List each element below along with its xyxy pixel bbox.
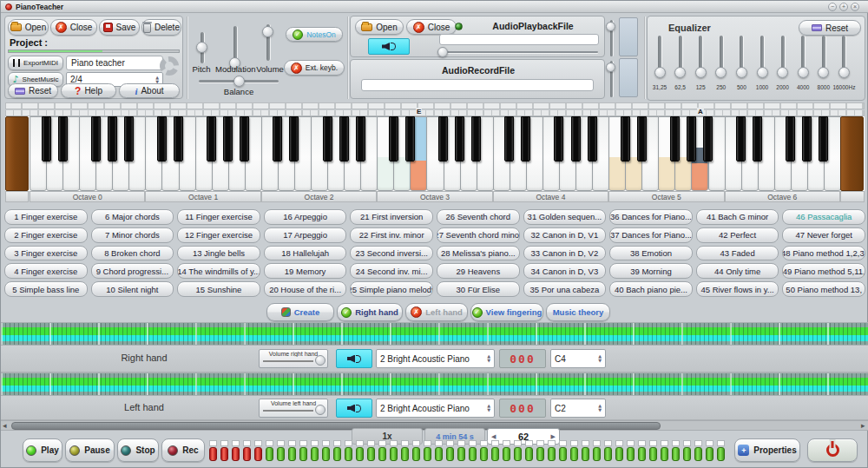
black-key[interactable] (339, 116, 349, 161)
lesson-button[interactable]: 36 Dances for Piano... (609, 209, 693, 225)
right-hand-note-spinner[interactable]: C4▲▼ (550, 349, 606, 368)
black-key[interactable] (323, 116, 332, 161)
playback-position-slider[interactable] (440, 51, 598, 53)
lesson-button[interactable]: 2 Finger exercise (4, 227, 88, 243)
save-project-button[interactable]: Save (99, 19, 140, 36)
left-hand-speaker-button[interactable] (336, 399, 372, 418)
lesson-button[interactable]: 1 Finger exercise (4, 209, 88, 225)
black-key[interactable] (504, 116, 514, 161)
maximize-button[interactable]: + (839, 3, 848, 11)
playback-position-thumb[interactable] (437, 47, 448, 57)
spinner-arrows-icon[interactable]: ▲▼ (155, 76, 159, 84)
power-button[interactable] (807, 438, 858, 462)
lesson-button[interactable]: 13 Jingle bells (177, 246, 260, 261)
eq-band-thumb[interactable] (757, 67, 768, 78)
black-key[interactable] (802, 116, 812, 161)
lesson-button[interactable]: 44 Only time (696, 263, 779, 279)
black-key[interactable] (174, 116, 183, 161)
lesson-button[interactable]: 49 Piano method 5,11, (782, 263, 865, 279)
position-prev-icon[interactable]: ◀ (491, 433, 496, 440)
lesson-button[interactable]: 9 Chord progressi... (91, 263, 174, 279)
black-key[interactable] (157, 116, 167, 161)
lesson-button[interactable]: 16 Arpeggio (264, 209, 347, 225)
lesson-button[interactable]: 30 Für Elise (437, 281, 520, 297)
black-key[interactable] (289, 116, 299, 161)
lesson-button[interactable]: 26 Seventh chord (437, 209, 520, 225)
notes-on-button[interactable]: ✓NotesOn (286, 27, 343, 42)
pause-button[interactable]: Pause (65, 438, 115, 462)
lesson-button[interactable]: 28 Melissa's piano... (437, 246, 520, 261)
eq-band-thumb[interactable] (674, 67, 686, 78)
lesson-button[interactable]: 23 Second inversi... (350, 246, 433, 261)
lesson-button[interactable]: 15 Sunshine (177, 281, 260, 297)
lesson-button[interactable]: 43 Faded (696, 246, 779, 261)
close-project-button[interactable]: ✗Close (50, 19, 97, 36)
lesson-button[interactable]: 25 Simple piano melody (350, 281, 433, 297)
lesson-button[interactable]: 18 Hallelujah (264, 246, 347, 261)
lesson-button[interactable]: 22 First inv. minor (350, 227, 433, 243)
create-button[interactable]: Create (266, 303, 334, 321)
eq-band-thumb[interactable] (654, 67, 666, 78)
close-window-button[interactable]: × (851, 3, 859, 11)
lesson-button[interactable]: 46 Passacaglia (782, 209, 865, 225)
lesson-button[interactable]: 33 Canon in D, V2 (523, 246, 607, 261)
eq-band-thumb[interactable] (736, 67, 747, 78)
scroll-left-icon[interactable]: ◂ (3, 421, 7, 430)
black-key[interactable] (455, 116, 464, 161)
black-key[interactable] (91, 116, 101, 161)
lesson-button[interactable]: 21 First inversion (350, 209, 433, 225)
right-hand-speaker-button[interactable] (336, 349, 372, 368)
right-hand-track-bars[interactable] (1, 322, 868, 346)
open-audio-button[interactable]: Open (355, 19, 404, 35)
left-hand-volume-slider[interactable]: Volume left hand (259, 399, 328, 418)
lesson-button[interactable]: 17 Arpeggio (264, 227, 347, 243)
record-gain-thumb[interactable] (606, 63, 615, 72)
volume-slider-thumb[interactable] (262, 26, 273, 37)
playback-gain-thumb[interactable] (606, 22, 615, 31)
black-key[interactable] (588, 116, 597, 161)
eq-band-thumb[interactable] (715, 67, 727, 78)
black-key[interactable] (273, 116, 282, 161)
lesson-button[interactable]: 40 Bach piano pie... (609, 281, 693, 297)
right-hand-volume-slider[interactable]: Volume right hand (259, 349, 328, 368)
view-fingering-button[interactable]: ✓View fingering (470, 303, 543, 321)
eq-band-thumb[interactable] (818, 67, 829, 78)
black-key[interactable] (471, 116, 481, 161)
black-key[interactable] (223, 116, 233, 161)
lesson-button[interactable]: 14 The windmills of y... (177, 263, 260, 279)
lesson-button[interactable]: 48 Piano method 1,2,3, (782, 246, 865, 261)
lesson-button[interactable]: 41 Bach G minor (696, 209, 779, 225)
black-key[interactable] (438, 116, 448, 161)
black-key[interactable] (42, 116, 51, 161)
lesson-button[interactable]: 32 Canon in D, V1 (523, 227, 607, 243)
lesson-button[interactable]: 8 Broken chord (91, 246, 174, 261)
black-key[interactable] (571, 116, 581, 161)
lesson-button[interactable]: 29 Heavens (437, 263, 520, 279)
lesson-button[interactable]: 34 Canon in D, V3 (523, 263, 607, 279)
black-key[interactable] (207, 116, 216, 161)
black-key[interactable] (786, 116, 795, 161)
black-key[interactable] (753, 116, 762, 161)
stop-button[interactable]: Stop (117, 438, 159, 462)
export-midi-button[interactable]: ExportMIDI (8, 56, 63, 70)
black-key[interactable] (670, 116, 680, 161)
lesson-button[interactable]: 4 Finger exercise (4, 263, 88, 279)
lesson-button[interactable]: 38 Emotion (609, 246, 693, 261)
delete-project-button[interactable]: Delete (141, 19, 181, 36)
lesson-button[interactable]: 6 Major chords (91, 209, 174, 225)
open-project-button[interactable]: Open (8, 19, 49, 36)
lesson-button[interactable]: 47 Never forget (782, 227, 865, 243)
black-key[interactable] (819, 116, 828, 161)
project-name-field[interactable]: Piano teacher (66, 56, 163, 70)
lesson-button[interactable]: 37 Dances for Piano... (609, 227, 693, 243)
black-key[interactable] (108, 116, 117, 161)
black-key[interactable] (554, 116, 563, 161)
left-hand-note-spinner[interactable]: C2▲▼ (550, 399, 606, 418)
black-key[interactable] (405, 116, 415, 161)
eq-band-thumb[interactable] (838, 67, 850, 78)
black-key[interactable] (389, 116, 398, 161)
rec-button[interactable]: Rec (161, 438, 205, 462)
spinner-arrows-icon[interactable]: ▲▼ (598, 354, 602, 363)
black-key[interactable] (736, 116, 746, 161)
playback-speaker-button[interactable] (368, 38, 410, 55)
